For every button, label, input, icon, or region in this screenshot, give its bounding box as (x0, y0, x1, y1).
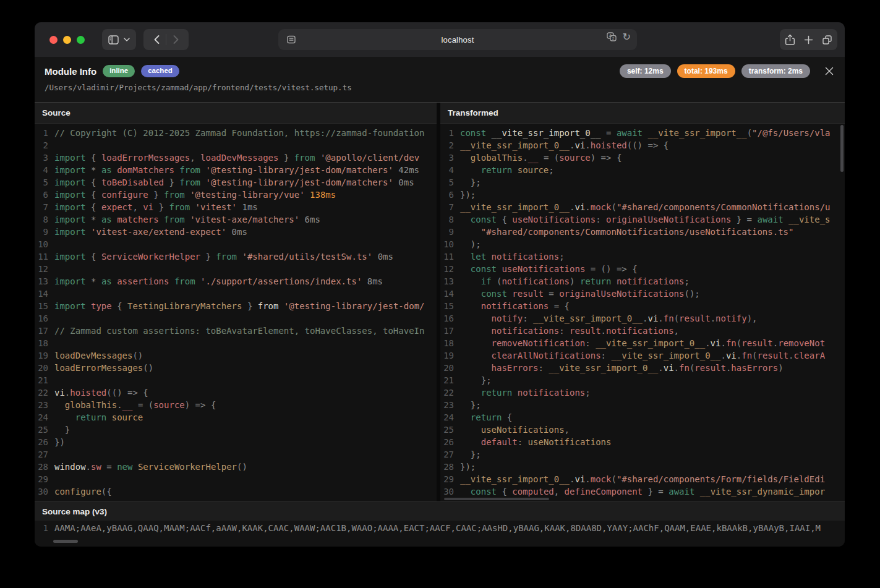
code-line: 8 const { useNotifications: originalUseN… (440, 213, 845, 226)
code-line: 4import * as domMatchers from '@testing-… (35, 164, 437, 176)
close-button[interactable] (825, 67, 834, 75)
minimize-window-button[interactable] (63, 36, 71, 44)
code-line: 17 notifications: result.notifications, (440, 325, 845, 337)
share-icon[interactable] (785, 34, 795, 46)
navigation-buttons (143, 29, 189, 50)
translate-icon[interactable]: z A (605, 32, 618, 43)
source-code[interactable]: 1// Copyright (C) 2012-2025 Zammad Found… (35, 124, 437, 498)
forward-button[interactable] (166, 30, 185, 49)
code-line: 6import { configure } from '@testing-lib… (35, 189, 437, 201)
code-line: 26}) (35, 436, 437, 448)
code-line: 23 }; (440, 399, 845, 411)
horizontal-scrollbar[interactable] (444, 498, 549, 500)
sourcemap-line: 1 AAMA;AAeA,yBAAG,QAAQ,MAAM;AACf,aAAW,KA… (35, 521, 845, 536)
code-line: 17// Zammad custom assertions: toBeAvata… (35, 325, 437, 337)
browser-toolbar: localhost z A ↻ (35, 22, 845, 57)
code-line: 23 globalThis.__ = (source) => { (35, 399, 437, 411)
code-line: 12 (35, 263, 437, 275)
sourcemap-title: Source map (v3) (35, 501, 845, 521)
code-line: 2 (35, 139, 437, 151)
code-line: 21 }; (440, 374, 845, 386)
code-line: 16 notify: __vite_ssr_import_0__.vi.fn(r… (440, 312, 845, 325)
module-info-header: Module Info inline cached self: 12ms tot… (35, 57, 845, 103)
code-line: 5import { toBeDisabled } from '@testing-… (35, 176, 437, 189)
code-line: 24 return source (35, 411, 437, 424)
code-line: 29 (35, 473, 437, 485)
sourcemap-horizontal-scrollbar[interactable] (53, 540, 78, 543)
close-window-button[interactable] (49, 36, 58, 44)
code-line: 5 }; (440, 176, 845, 189)
chevron-down-icon[interactable] (124, 38, 130, 41)
code-line: 14 (35, 288, 437, 300)
plus-icon[interactable] (804, 35, 813, 45)
code-line: 11import { ServiceWorkerHelper } from '#… (35, 250, 437, 263)
transform-time-badge: transform: 2ms (741, 64, 810, 78)
page-title: Module Info (45, 66, 96, 77)
address-text: localhost (278, 35, 637, 45)
code-panels: Source 1// Copyright (C) 2012-2025 Zamma… (35, 103, 845, 501)
code-line: 12 const useNotifications = () => { (440, 263, 845, 275)
code-line: 13 if (notifications) return notificatio… (440, 275, 845, 288)
code-line: 28window.sw = new ServiceWorkerHelper() (35, 461, 437, 473)
code-line: 1const __vite_ssr_import_0__ = await __v… (440, 127, 845, 139)
transformed-panel-title: Transformed (440, 103, 845, 124)
cached-badge: cached (141, 65, 179, 77)
code-line: 29__vite_ssr_import_0__.vi.mock("#shared… (440, 473, 845, 485)
code-line: 18 removeNotification: __vite_ssr_import… (440, 337, 845, 349)
address-bar[interactable]: localhost z A ↻ (278, 29, 637, 50)
code-line: 14 const result = originalUseNotificatio… (440, 288, 845, 300)
code-line: 18 (35, 337, 437, 349)
sidebar-icon (108, 35, 119, 45)
code-line: 25 } (35, 424, 437, 436)
code-line: 30 const { computed, defineComponent } =… (440, 485, 845, 498)
code-line: 7import { expect, vi } from 'vitest' 1ms (35, 201, 437, 213)
code-line: 22 return notifications; (440, 386, 845, 399)
tabs-icon[interactable] (822, 35, 832, 45)
self-time-badge: self: 12ms (620, 64, 671, 78)
code-line: 15import type { TestingLibraryMatchers }… (35, 300, 437, 312)
source-panel-title: Source (35, 103, 437, 124)
code-line: 20 hasErrors: __vite_ssr_import_0__.vi.f… (440, 362, 845, 374)
zoom-window-button[interactable] (77, 36, 85, 44)
code-line: 22vi.hoisted(() => { (35, 386, 437, 399)
code-line: 1// Copyright (C) 2012-2025 Zammad Found… (35, 127, 437, 139)
code-line: 27 }; (440, 448, 845, 461)
code-line: 28}); (440, 461, 845, 473)
code-line: 2__vite_ssr_import_0__.vi.hoisted(() => … (440, 139, 845, 151)
toolbar-actions (780, 29, 837, 50)
forward-icon (173, 35, 179, 44)
code-line: 7__vite_ssr_import_0__.vi.mock("#shared/… (440, 201, 845, 213)
total-time-badge: total: 193ms (677, 64, 735, 78)
code-line: 6}); (440, 189, 845, 201)
close-icon (825, 67, 834, 75)
code-line: 19loadDevMessages() (35, 349, 437, 362)
code-line: 24 return { (440, 411, 845, 424)
code-line: 10 ); (440, 238, 845, 250)
code-line: 25 useNotifications, (440, 424, 845, 436)
code-line: 30configure({ (35, 485, 437, 498)
code-line: 27 (35, 448, 437, 461)
inline-badge: inline (103, 65, 135, 77)
browser-window: localhost z A ↻ (35, 22, 845, 547)
source-panel: Source 1// Copyright (C) 2012-2025 Zamma… (35, 103, 437, 501)
code-line: 9 "#shared/components/CommonNotification… (440, 226, 845, 238)
code-line: 4 return source; (440, 164, 845, 176)
code-line: 21 (35, 374, 437, 386)
code-line: 3 globalThis.__ = (source) => { (440, 151, 845, 164)
code-line: 3import { loadErrorMessages, loadDevMess… (35, 151, 437, 164)
code-line: 15 notifications = { (440, 300, 845, 312)
code-line: 9import 'vitest-axe/extend-expect' 0ms (35, 226, 437, 238)
transformed-code[interactable]: 1const __vite_ssr_import_0__ = await __v… (440, 124, 845, 498)
sourcemap-body: 1 AAMA;AAeA,yBAAG,QAAQ,MAAM;AACf,aAAW,KA… (35, 521, 845, 547)
code-line: 11 let notifications; (440, 250, 845, 263)
reload-icon[interactable]: ↻ (623, 32, 631, 42)
vertical-scrollbar[interactable] (840, 125, 844, 172)
sidebar-toggle-button[interactable] (102, 29, 136, 50)
module-path: /Users/vladimir/Projects/zammad/app/fron… (45, 83, 834, 92)
code-line: 8import * as matchers from 'vitest-axe/m… (35, 213, 437, 226)
code-line: 13import * as assertions from './support… (35, 275, 437, 288)
back-button[interactable] (147, 30, 166, 49)
code-line: 26 default: useNotifications (440, 436, 845, 448)
svg-text:z: z (612, 36, 614, 41)
back-icon (154, 35, 160, 44)
